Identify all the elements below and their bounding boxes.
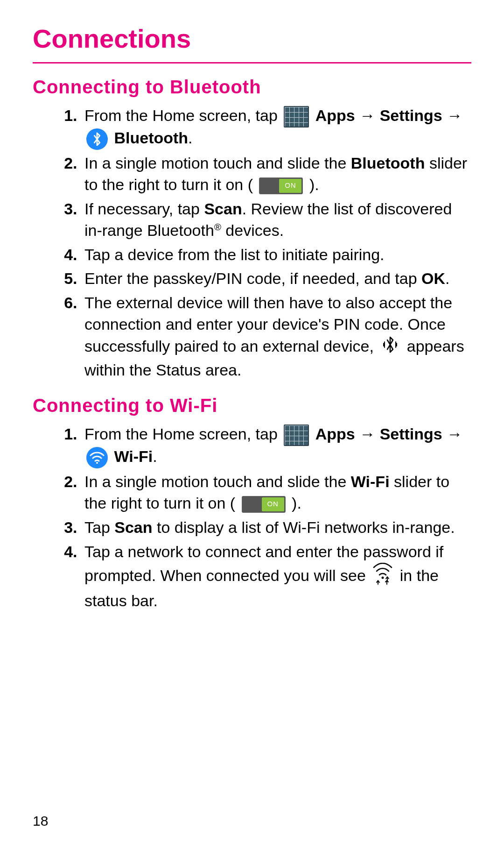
arrow-icon: → (359, 106, 379, 124)
bluetooth-label: Bluetooth (114, 129, 188, 147)
bluetooth-icon (86, 128, 108, 150)
step: In a single motion touch and slide the W… (82, 471, 471, 514)
text: . (445, 269, 449, 287)
text: In a single motion touch and slide the (84, 473, 351, 490)
toggle-label: ON (279, 179, 301, 193)
text: . (153, 447, 157, 465)
bluetooth-steps: From the Home screen, tap Apps → Setting… (33, 105, 471, 381)
text: ). (309, 176, 319, 193)
bold-text: Scan (114, 518, 152, 536)
step: If necessary, tap Scan. Review the list … (82, 198, 471, 241)
svg-point-1 (382, 576, 384, 579)
wifi-connected-icon (371, 563, 394, 591)
wifi-steps: From the Home screen, tap Apps → Setting… (33, 424, 471, 612)
bluetooth-paired-icon (380, 335, 400, 360)
text: From the Home screen, tap (84, 425, 282, 443)
step: From the Home screen, tap Apps → Setting… (82, 105, 471, 150)
toggle-label: ON (262, 497, 284, 511)
bold-text: Bluetooth (351, 154, 425, 172)
text: to display a list of Wi-Fi networks in-r… (153, 518, 455, 536)
toggle-on-icon: ON (242, 496, 286, 513)
step: Tap Scan to display a list of Wi-Fi netw… (82, 517, 471, 538)
title-divider (33, 62, 471, 64)
step: From the Home screen, tap Apps → Setting… (82, 424, 471, 468)
svg-point-0 (96, 462, 98, 464)
step: Enter the passkey/PIN code, if needed, a… (82, 268, 471, 290)
step: Tap a device from the list to initiate p… (82, 244, 471, 266)
arrow-icon: → (359, 425, 379, 443)
section-heading-bluetooth: Connecting to Bluetooth (33, 77, 471, 98)
text: Tap (84, 518, 114, 536)
settings-label: Settings (380, 106, 442, 124)
step: In a single motion touch and slide the B… (82, 153, 471, 196)
text: devices. (221, 221, 284, 239)
settings-label: Settings (380, 425, 442, 443)
registered-mark: ® (214, 221, 221, 232)
apps-label: Apps (315, 425, 355, 443)
bold-text: Wi-Fi (351, 473, 390, 490)
wifi-icon (86, 447, 108, 468)
wifi-label: Wi-Fi (114, 447, 153, 465)
step: The external device will then have to al… (82, 292, 471, 381)
text: From the Home screen, tap (84, 106, 282, 124)
text: If necessary, tap (84, 200, 204, 218)
toggle-on-icon: ON (259, 177, 303, 194)
text: . (188, 129, 192, 147)
text: Enter the passkey/PIN code, if needed, a… (84, 269, 421, 287)
text: ). (292, 494, 301, 512)
arrow-icon: → (447, 425, 462, 443)
apps-label: Apps (315, 106, 355, 124)
apps-grid-icon (284, 425, 309, 446)
section-heading-wifi: Connecting to Wi-Fi (33, 395, 471, 416)
step: Tap a network to connect and enter the p… (82, 541, 471, 612)
text: In a single motion touch and slide the (84, 154, 351, 172)
text: Tap a device from the list to initiate p… (84, 246, 385, 263)
page-number: 18 (33, 813, 48, 829)
arrow-icon: → (447, 106, 462, 124)
bold-text: OK (421, 269, 445, 287)
page-title: Connections (33, 23, 471, 54)
bold-text: Scan (204, 200, 242, 218)
apps-grid-icon (284, 106, 309, 127)
